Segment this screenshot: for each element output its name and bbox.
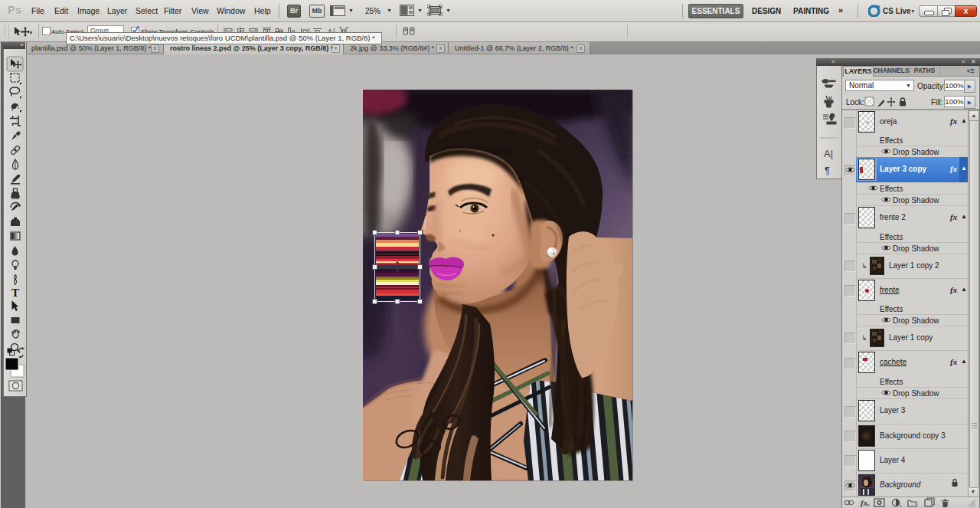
svg-text:fx.: fx. bbox=[861, 498, 870, 507]
svg-text:T: T bbox=[11, 287, 19, 299]
svg-text:¶: ¶ bbox=[825, 165, 830, 176]
svg-text:A|: A| bbox=[824, 148, 833, 159]
